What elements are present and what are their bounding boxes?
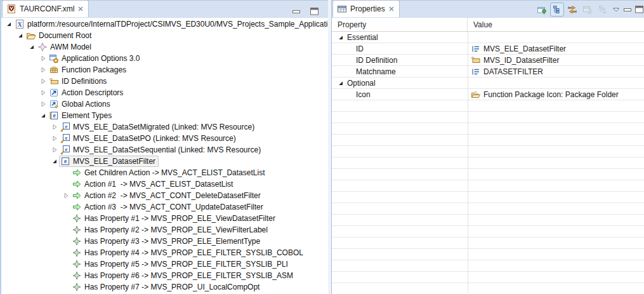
collapsed-arrow-icon[interactable] xyxy=(61,192,70,199)
tree-item[interactable]: ID Definitions xyxy=(1,76,328,87)
id-reference-icon xyxy=(471,55,481,65)
tree-item-label: Element Types xyxy=(62,111,112,120)
property-value-cell[interactable]: DATASETFILTER xyxy=(468,66,644,77)
tree-item[interactable]: Has Property #4 -> MVS_PROP_ELE_FILTER_S… xyxy=(1,247,328,258)
view-menu-icon xyxy=(612,6,620,13)
property-row[interactable]: MatchnameDATASETFILTER xyxy=(332,66,644,77)
tree-item[interactable]: Has Property #3 -> MVS_PROP_ELE_ElementT… xyxy=(1,236,328,247)
collapsed-arrow-icon[interactable] xyxy=(38,100,48,108)
tree-item[interactable]: Action #2 -> MVS_ACT_CONT_DeleteDatasetF… xyxy=(1,190,328,201)
tree-item[interactable]: Get Children Action -> MVS_ACT_ELIST_Dat… xyxy=(1,167,328,178)
tree-item-label: Global Actions xyxy=(62,100,110,109)
collapsed-arrow-icon[interactable] xyxy=(49,146,59,154)
svg-text:e: e xyxy=(64,158,67,164)
show-advanced-properties-button[interactable] xyxy=(565,3,579,17)
properties-tabbar: Properties xyxy=(332,0,644,18)
minimize-icon xyxy=(624,6,631,13)
property-value-cell[interactable] xyxy=(468,77,644,89)
awm-model-icon xyxy=(37,42,48,52)
property-category-row[interactable]: Essential xyxy=(332,32,644,43)
tree-item[interactable]: Document Root xyxy=(1,30,328,41)
tree-item[interactable]: Has Property #2 -> MVS_PROP_ELE_ViewFilt… xyxy=(1,224,328,236)
property-name-cell: Optional xyxy=(332,77,468,89)
svg-text:e: e xyxy=(65,135,68,141)
collapsed-arrow-icon[interactable] xyxy=(38,55,48,62)
show-categories-button[interactable] xyxy=(550,3,564,17)
tree-item[interactable]: eMVS_ELE_DataSetPO (Linked: MVS Resource… xyxy=(1,133,328,144)
application-options-icon xyxy=(49,53,59,63)
collapsed-arrow-icon[interactable] xyxy=(49,135,59,142)
tree-item[interactable]: Global Actions xyxy=(1,98,328,110)
tab-taurconf-xml[interactable]: TAURCONF.xml xyxy=(2,0,89,17)
pin-icon xyxy=(537,4,547,15)
tree-item[interactable]: Function Packages xyxy=(1,64,328,76)
tree-item[interactable]: eElement Types xyxy=(1,110,328,121)
tree-item[interactable]: Has Property #1 -> MVS_PROP_ELE_ViewData… xyxy=(1,213,328,224)
property-value-cell[interactable] xyxy=(468,32,644,43)
tab-properties[interactable]: Properties xyxy=(332,0,400,17)
property-row[interactable]: IconFunction Package Icon: Package Folde… xyxy=(332,89,644,100)
tree-item[interactable]: Has Property #5 -> MVS_PROP_ELE_FILTER_S… xyxy=(1,258,328,270)
has-property-icon xyxy=(72,271,82,281)
maximize-button[interactable] xyxy=(309,4,319,18)
close-icon[interactable] xyxy=(388,6,395,12)
collapsed-arrow-icon[interactable] xyxy=(38,77,48,85)
action-descriptors-icon xyxy=(49,88,59,98)
property-value-cell[interactable]: MVS_ELE_DatasetFilter xyxy=(468,43,644,55)
tree-item[interactable]: Has Property #6 -> MVS_PROP_ELE_FILTER_S… xyxy=(1,270,328,281)
has-property-icon xyxy=(72,248,82,258)
property-name-label: Icon xyxy=(356,90,371,99)
expanded-arrow-icon[interactable] xyxy=(49,157,59,165)
tree-item[interactable]: eMVS_ELE_DataSetMigrated (Linked: MVS Re… xyxy=(1,121,328,133)
property-value-cell[interactable]: Function Package Icon: Package Folder xyxy=(468,89,644,100)
close-icon[interactable] xyxy=(77,6,84,12)
tree-item-label: MVS_ELE_DataSetMigrated (Linked: MVS Res… xyxy=(73,123,254,131)
editor-panel: TAURCONF.xml Xplatform:/resource/Interna… xyxy=(1,0,328,294)
expanded-arrow-icon[interactable] xyxy=(336,34,345,41)
property-row[interactable]: IDMVS_ELE_DatasetFilter xyxy=(332,43,644,55)
tree-item[interactable]: eMVS_ELE_DatasetFilter xyxy=(1,156,328,167)
collapsed-arrow-icon[interactable] xyxy=(49,123,59,131)
tree-item[interactable]: Application Options 3.0 xyxy=(1,53,328,64)
expanded-arrow-icon[interactable] xyxy=(336,79,345,87)
element-type-linked-icon: e xyxy=(60,145,70,155)
svg-text:e: e xyxy=(53,112,55,119)
minimize-button[interactable] xyxy=(622,3,633,17)
column-header-property[interactable]: Property xyxy=(332,18,468,31)
expanded-arrow-icon[interactable] xyxy=(4,20,13,28)
property-name-label: ID Definition xyxy=(356,56,397,65)
restore-default-value-button xyxy=(581,3,595,17)
text-property-icon xyxy=(471,44,481,54)
tree-item[interactable]: Xplatform:/resource/InternalTDProject/CS… xyxy=(1,18,328,30)
pin-to-selection-button[interactable] xyxy=(535,3,549,17)
collapsed-arrow-icon[interactable] xyxy=(38,89,48,97)
tree-item-label: Has Property #6 -> MVS_PROP_ELE_FILTER_S… xyxy=(84,271,293,280)
property-name-cell: ID xyxy=(332,43,468,55)
property-name-cell: ID Definition xyxy=(332,55,468,66)
tree-item[interactable]: Has Property #7 -> MVS_PROP_UI_LocalComp… xyxy=(1,281,328,293)
taurconf-file-icon xyxy=(6,4,16,14)
tree-item[interactable]: Action #1 -> MVS_ACT_ELIST_DatasetList xyxy=(1,178,328,190)
tree-item[interactable]: eMVS_ELE_DataSetSequential (Linked: MVS … xyxy=(1,144,328,156)
action-arrow-icon xyxy=(72,168,82,178)
tree-item[interactable]: Action #3 -> MVS_ACT_CONT_UpdateDatasetF… xyxy=(1,201,328,213)
expanded-arrow-icon[interactable] xyxy=(38,112,48,119)
expanded-arrow-icon[interactable] xyxy=(27,43,36,51)
element-type-linked-icon: e xyxy=(60,122,70,132)
tree-item[interactable]: Action Descriptors xyxy=(1,87,328,98)
tree-item-label: Document Root xyxy=(39,31,91,40)
maximize-button[interactable] xyxy=(634,3,644,17)
property-row[interactable]: ID DefinitionMVS_ID_DatasetFilter xyxy=(332,55,644,66)
maximize-icon xyxy=(310,8,319,15)
property-name-cell: Essential xyxy=(332,32,468,43)
view-menu-button[interactable] xyxy=(611,3,621,17)
tree-item[interactable]: AWM Model xyxy=(1,41,328,53)
property-value-cell[interactable]: MVS_ID_DatasetFilter xyxy=(468,55,644,66)
column-header-value[interactable]: Value xyxy=(468,18,644,31)
tree-item-label: Action #2 -> MVS_ACT_CONT_DeleteDatasetF… xyxy=(84,191,261,200)
minimize-button[interactable] xyxy=(291,4,301,18)
function-packages-icon xyxy=(49,65,59,75)
collapsed-arrow-icon[interactable] xyxy=(38,66,48,74)
property-category-row[interactable]: Optional xyxy=(332,77,644,89)
expanded-arrow-icon[interactable] xyxy=(15,32,25,39)
